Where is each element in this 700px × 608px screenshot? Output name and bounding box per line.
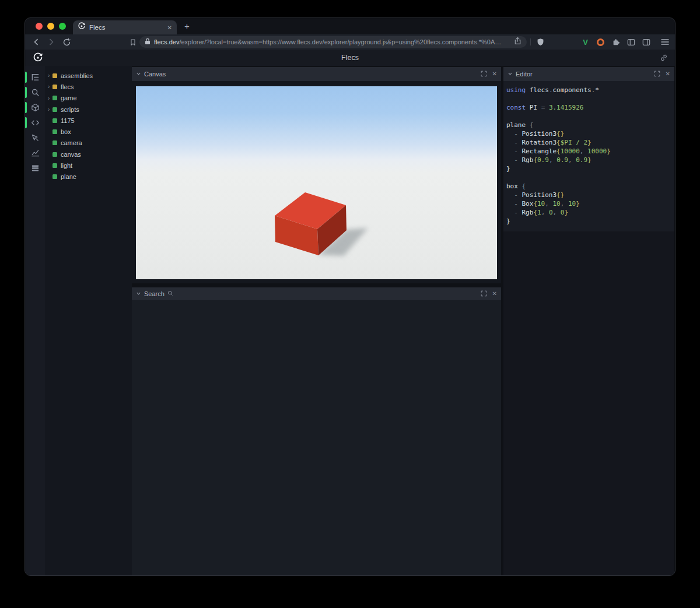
close-panel-icon[interactable]: ✕ [666, 71, 670, 77]
share-icon[interactable] [514, 37, 522, 47]
minimize-window-button[interactable] [47, 23, 54, 30]
search-panel-body[interactable] [132, 300, 501, 576]
code-line [506, 112, 670, 121]
chevron-down-icon[interactable] [508, 71, 513, 78]
code-line: using flecs.components.* [506, 86, 670, 94]
search-magnifier-icon [167, 290, 173, 297]
entity-kind-square [52, 107, 57, 112]
extensions-puzzle-icon[interactable] [609, 36, 622, 48]
maximize-window-button[interactable] [59, 23, 66, 30]
tree-item-camera[interactable]: camera [45, 138, 132, 149]
3d-viewport[interactable] [136, 86, 497, 279]
tree-item-flecs[interactable]: ›flecs [45, 81, 132, 92]
menu-icon[interactable] [658, 36, 671, 48]
close-window-button[interactable] [36, 23, 43, 30]
tab-strip: Flecs ✕ + [25, 18, 675, 34]
tree-item-assemblies[interactable]: ›assemblies [45, 70, 132, 81]
tree-item-light[interactable]: light [45, 160, 132, 171]
entity-kind-square [52, 73, 57, 78]
editor-panel-title: Editor [516, 71, 533, 78]
share-link-icon[interactable] [660, 54, 668, 64]
code-line: - Box{10, 10, 10} [506, 199, 670, 208]
expand-panel-icon[interactable] [481, 71, 487, 78]
entity-kind-square [52, 140, 57, 145]
entity-kind-square [52, 163, 57, 168]
active-indicator [25, 102, 27, 113]
code-line: - Position3{} [506, 191, 670, 199]
tree-item-label: box [61, 128, 71, 135]
code-line: - Rgb{1, 0, 0} [506, 208, 670, 217]
expand-chevron-icon[interactable]: › [46, 83, 51, 90]
tree-item-label: 1175 [61, 117, 75, 124]
active-indicator [25, 117, 27, 128]
entities-tree-icon[interactable] [25, 69, 45, 85]
expand-chevron-icon[interactable]: › [46, 95, 51, 101]
sidebar-toggle-icon[interactable] [624, 36, 638, 48]
stats-chart-icon[interactable] [25, 145, 45, 160]
window-controls [25, 23, 66, 30]
tab-title: Flecs [89, 24, 164, 31]
reload-button[interactable] [60, 36, 73, 48]
entity-tree: ›assemblies›flecs›game›scripts1175boxcam… [45, 66, 132, 576]
code-line: plane { [506, 121, 670, 129]
tree-item-label: assemblies [61, 72, 93, 79]
back-button[interactable] [30, 36, 43, 48]
extensions-area: V [579, 36, 671, 48]
url-path: /explorer/?local=true&wasm=https://www.f… [179, 38, 501, 45]
url-text: flecs.dev/explorer/?local=true&wasm=http… [154, 38, 510, 45]
flecs-favicon-icon [78, 22, 86, 33]
tree-item-canvas[interactable]: canvas [45, 149, 132, 160]
shield-icon[interactable] [534, 36, 547, 48]
active-indicator [25, 72, 27, 83]
entity-kind-square [52, 118, 57, 123]
new-tab-button[interactable]: + [177, 18, 197, 34]
entity-kind-square [52, 96, 57, 100]
code-line [506, 173, 670, 182]
tree-item-plane[interactable]: plane [45, 171, 132, 182]
tree-item-1175[interactable]: 1175 [45, 115, 132, 126]
browser-tab-flecs[interactable]: Flecs ✕ [73, 20, 177, 34]
app-main: ›assemblies›flecs›game›scripts1175boxcam… [25, 66, 675, 576]
tree-item-label: light [61, 162, 72, 169]
tree-item-game[interactable]: ›game [45, 93, 132, 104]
close-panel-icon[interactable]: ✕ [492, 291, 497, 297]
expand-panel-icon[interactable] [654, 71, 660, 78]
canvas-panel-body [132, 81, 501, 283]
reading-list-icon[interactable] [639, 36, 653, 48]
inspect-icon[interactable] [25, 130, 45, 145]
chevron-down-icon[interactable] [136, 290, 141, 297]
code-line: - Rectangle{10000, 10000} [506, 147, 670, 156]
url-domain: flecs.dev [154, 38, 179, 45]
tree-item-box[interactable]: box [45, 126, 132, 137]
expand-chevron-icon[interactable]: › [46, 72, 51, 79]
search-panel-header: Search ✕ [132, 287, 501, 300]
page-title: Flecs [25, 50, 675, 66]
tree-item-scripts[interactable]: ›scripts [45, 104, 132, 115]
extension-v-icon[interactable]: V [579, 36, 592, 48]
entity-kind-square [52, 174, 57, 179]
tab-close-icon[interactable]: ✕ [167, 24, 172, 31]
editor-code[interactable]: using flecs.components.* const PI = 3.14… [503, 81, 674, 231]
code-icon[interactable] [25, 115, 45, 130]
bookmark-icon[interactable] [127, 36, 139, 48]
browser-window: Flecs ✕ + flecs.dev/explorer/?local=true… [24, 17, 676, 576]
code-line: box { [506, 182, 670, 191]
canvas-panel-title: Canvas [144, 71, 166, 78]
tree-item-label: plane [61, 173, 76, 180]
entity-kind-square [52, 129, 57, 134]
expand-chevron-icon[interactable]: › [46, 106, 51, 113]
expand-panel-icon[interactable] [481, 290, 487, 298]
chevron-down-icon[interactable] [136, 71, 141, 78]
cube-icon[interactable] [25, 100, 45, 115]
queue-rows-icon[interactable] [25, 160, 45, 175]
extension-orange-icon[interactable] [594, 36, 607, 48]
search-icon[interactable] [25, 85, 45, 100]
forward-button[interactable] [45, 36, 58, 48]
tree-item-label: camera [61, 139, 82, 146]
close-panel-icon[interactable]: ✕ [492, 71, 497, 77]
entity-kind-square [52, 85, 57, 89]
active-indicator [25, 87, 27, 98]
code-line: - Position3{} [506, 129, 670, 138]
3d-box-render [136, 86, 497, 279]
address-bar[interactable]: flecs.dev/explorer/?local=true&wasm=http… [139, 36, 527, 48]
